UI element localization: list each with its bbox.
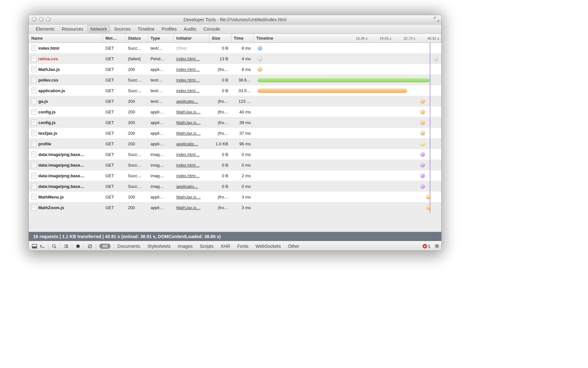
cell-timeline <box>254 85 441 96</box>
cell-size: 0 B <box>209 163 231 168</box>
panel-tab-network[interactable]: Network <box>87 25 110 33</box>
zoom-window-button[interactable] <box>46 17 51 22</box>
col-name[interactable]: Name <box>29 34 103 43</box>
request-row[interactable]: data:image/png;base…GETSucc…imag…index.h… <box>29 149 441 160</box>
timing-dot <box>258 56 262 61</box>
request-row[interactable]: data:image/png;base…GETSucc…imag…applica… <box>29 181 441 192</box>
cell-method: GET <box>103 67 125 72</box>
col-size[interactable]: Size <box>209 34 231 43</box>
record-icon[interactable] <box>75 244 81 249</box>
cell-status: 200 <box>125 110 148 114</box>
timeline-tick: 32.73 s <box>404 36 415 40</box>
timing-dot <box>434 56 438 61</box>
filter-documents[interactable]: Documents <box>117 244 140 249</box>
cell-name: data:image/png;base… <box>29 162 103 168</box>
expand-icon[interactable] <box>434 16 439 22</box>
request-row[interactable]: ga.jsGET200text/…applicatio…(fro…123 … <box>29 96 441 107</box>
col-timeline[interactable]: Timeline 16.36 s24.55 s32.73 s40.91 s <box>254 34 441 43</box>
request-row[interactable]: MathJax.jsGET200appli…index.html…(fro…8 … <box>29 64 441 75</box>
request-row[interactable]: MathZoom.jsGET200appli…MathJax.js…(fro…3… <box>29 202 441 213</box>
cell-time: 33.5… <box>231 88 254 93</box>
load-event-line <box>430 139 430 149</box>
panel-tab-resources[interactable]: Resources <box>58 25 86 33</box>
cell-name: data:image/png;base… <box>29 183 103 189</box>
timing-dot <box>420 152 425 157</box>
cell-status: 200 <box>125 120 148 125</box>
cell-name: config.js <box>29 109 103 115</box>
request-row[interactable]: index.htmlGETSucc…text/…Other0 B8 ms <box>29 43 441 53</box>
close-window-button[interactable] <box>32 17 36 22</box>
request-row[interactable]: pollev.cssGETSucc…text/…index.html…0 B38… <box>29 75 441 85</box>
cell-size: 0 B <box>209 152 231 157</box>
cell-name: profile <box>29 141 103 147</box>
col-type[interactable]: Type <box>148 34 174 43</box>
filter-all[interactable]: All <box>99 244 111 249</box>
list-icon[interactable] <box>64 244 69 249</box>
cell-type: text/… <box>148 88 174 93</box>
minimize-window-button[interactable] <box>39 17 44 22</box>
cell-type: appli… <box>148 131 174 136</box>
cell-initiator: MathJax.js… <box>174 131 209 136</box>
load-event-line <box>430 96 430 106</box>
panel-tab-audits[interactable]: Audits <box>181 25 200 33</box>
request-row[interactable]: profileGET200appli…applicatio…1.0 KB96 m… <box>29 139 441 149</box>
cell-status: 200 <box>125 205 148 210</box>
request-row[interactable]: tex2jax.jsGET200appli…MathJax.js…(fro…37… <box>29 128 441 139</box>
col-status[interactable]: Status <box>125 34 148 43</box>
svg-line-13 <box>89 245 91 247</box>
settings-icon[interactable]: ✲ <box>435 243 439 250</box>
cell-time: 123 … <box>231 99 254 104</box>
file-icon <box>31 77 36 83</box>
filter-fonts[interactable]: Fonts <box>237 244 249 249</box>
filter-xhr[interactable]: XHR <box>220 244 230 249</box>
cell-name: tex2jax.js <box>29 130 103 136</box>
cell-type: imag… <box>148 184 174 189</box>
filter-images[interactable]: Images <box>178 244 193 249</box>
timing-dot <box>420 141 425 146</box>
request-row[interactable]: config.jsGET200appli…MathJax.js…(fro…39 … <box>29 117 441 128</box>
cell-time: 0 ms <box>231 184 254 189</box>
cell-method: GET <box>103 88 125 93</box>
cell-size: (fro… <box>209 67 231 72</box>
clear-icon[interactable] <box>87 244 93 249</box>
filter-scripts[interactable]: Scripts <box>200 244 213 249</box>
cell-method: GET <box>103 56 125 61</box>
cell-timeline <box>254 117 441 128</box>
console-icon[interactable] <box>40 244 45 249</box>
request-row[interactable]: data:image/png;base…GETSucc…imag…index.h… <box>29 160 441 170</box>
filter-stylesheets[interactable]: Stylesheets <box>147 244 171 249</box>
cell-type: appli… <box>148 67 174 72</box>
request-row[interactable]: application.jsGETSucc…text/…index.html…0… <box>29 85 441 96</box>
panel-tab-elements[interactable]: Elements <box>33 25 58 33</box>
dock-icon[interactable] <box>32 244 37 249</box>
panel-tab-timeline[interactable]: Timeline <box>134 25 158 33</box>
request-row[interactable]: retina.cssGET(failed)Pend…index.html…13 … <box>29 53 441 64</box>
cell-status: Succ… <box>125 46 148 51</box>
cell-size: (fro… <box>209 110 231 114</box>
error-badge[interactable]: ✕1 <box>423 244 430 249</box>
timing-dot <box>420 184 425 189</box>
col-initiator[interactable]: Initiator <box>174 34 209 43</box>
request-row[interactable]: config.jsGET200appli…MathJax.js…(fro…40 … <box>29 107 441 117</box>
file-icon <box>31 194 36 200</box>
footer-toolbar: All DocumentsStylesheetsImagesScriptsXHR… <box>29 241 441 251</box>
filter-websockets[interactable]: WebSockets <box>256 244 281 249</box>
cell-name: config.js <box>29 120 103 125</box>
filter-other[interactable]: Other <box>288 244 299 249</box>
panel-tab-profiles[interactable]: Profiles <box>158 25 180 33</box>
panel-tab-console[interactable]: Console <box>200 25 223 33</box>
cell-time: 8 ms <box>231 46 254 51</box>
panel-tab-sources[interactable]: Sources <box>111 25 134 33</box>
search-icon[interactable] <box>52 244 57 249</box>
cell-name: ga.js <box>29 98 103 104</box>
cell-timeline <box>254 53 441 64</box>
col-time[interactable]: Time <box>231 34 254 43</box>
svg-rect-6 <box>65 245 68 245</box>
request-row[interactable]: MathMenu.jsGET200appli…MathJax.js…(fro…3… <box>29 192 441 202</box>
error-icon: ✕ <box>423 244 427 248</box>
cell-initiator: MathJax.js… <box>174 205 209 210</box>
col-method[interactable]: Met… <box>103 34 125 43</box>
cell-size: (fro… <box>209 205 231 210</box>
request-row[interactable]: data:image/png;base…GETSucc…imag…index.h… <box>29 170 441 181</box>
cell-method: GET <box>103 120 125 125</box>
